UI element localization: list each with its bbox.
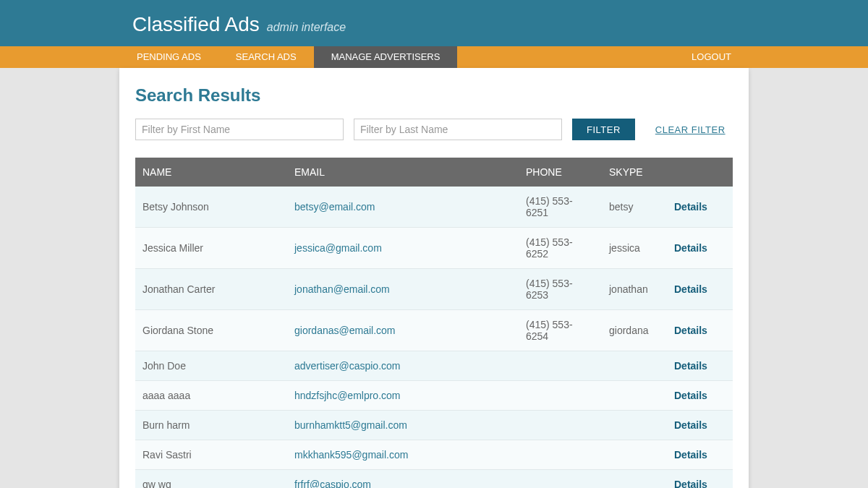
details-link[interactable]: Details [674,479,707,488]
cell-email: frfrf@caspio.com [287,470,519,489]
cell-name: Burn harm [135,411,287,440]
cell-details: Details [667,470,733,489]
clear-filter-link[interactable]: CLEAR FILTER [655,124,726,135]
table-row: Burn harmburnhamktt5@gmail.comDetails [135,411,733,440]
nav-logout[interactable]: LOGOUT [674,46,749,68]
cell-skype [602,381,667,411]
email-link[interactable]: hndzfsjhc@emlpro.com [294,390,401,401]
table-row: Jonathan Carterjonathan@email.com(415) 5… [135,269,733,310]
cell-email: jessica@gmail.com [287,228,519,269]
cell-details: Details [667,228,733,269]
cell-name: Betsy Johnson [135,187,287,228]
cell-phone: (415) 553-6252 [519,228,602,269]
details-link[interactable]: Details [674,283,707,295]
details-link[interactable]: Details [674,325,707,336]
cell-details: Details [667,440,733,470]
cell-name: Giordana Stone [135,310,287,351]
col-header-details [667,158,733,187]
email-link[interactable]: jessica@gmail.com [294,242,382,254]
cell-details: Details [667,411,733,440]
cell-email: jonathan@email.com [287,269,519,310]
col-header-phone: PHONE [519,158,602,187]
table-header-row: NAME EMAIL PHONE SKYPE [135,158,733,187]
cell-details: Details [667,310,733,351]
table-row: John Doeadvertiser@caspio.comDetails [135,351,733,381]
cell-skype [602,440,667,470]
cell-phone [519,440,602,470]
email-link[interactable]: betsy@email.com [294,201,375,213]
details-link[interactable]: Details [674,390,707,401]
cell-email: hndzfsjhc@emlpro.com [287,381,519,411]
cell-email: mkkhank595@gmail.com [287,440,519,470]
table-row: Betsy Johnsonbetsy@email.com(415) 553-62… [135,187,733,228]
cell-name: Jessica Miller [135,228,287,269]
table-row: qw wqfrfrf@caspio.comDetails [135,470,733,489]
cell-skype: giordana [602,310,667,351]
table-row: Jessica Millerjessica@gmail.com(415) 553… [135,228,733,269]
nav-item-search-ads[interactable]: SEARCH ADS [218,46,314,68]
cell-email: betsy@email.com [287,187,519,228]
results-table: NAME EMAIL PHONE SKYPE Betsy Johnsonbets… [135,158,733,488]
email-link[interactable]: advertiser@caspio.com [294,360,401,372]
content: Search Results FILTER CLEAR FILTER NAME … [119,68,749,488]
cell-skype [602,470,667,489]
filter-row: FILTER CLEAR FILTER [135,119,733,140]
cell-phone: (415) 553-6254 [519,310,602,351]
cell-phone [519,470,602,489]
cell-details: Details [667,187,733,228]
col-header-name: NAME [135,158,287,187]
nav-item-manage-advertisers[interactable]: MANAGE ADVERTISERS [314,46,458,68]
filter-button[interactable]: FILTER [572,119,635,140]
cell-phone: (415) 553-6253 [519,269,602,310]
cell-phone [519,351,602,381]
cell-name: aaaa aaaa [135,381,287,411]
cell-name: Jonathan Carter [135,269,287,310]
details-link[interactable]: Details [674,360,707,372]
first-name-input[interactable] [135,119,344,140]
cell-skype: jessica [602,228,667,269]
details-link[interactable]: Details [674,242,707,254]
nav-item-pending-ads[interactable]: PENDING ADS [119,46,218,68]
cell-phone [519,381,602,411]
cell-skype [602,351,667,381]
cell-phone: (415) 553-6251 [519,187,602,228]
col-header-email: EMAIL [287,158,519,187]
cell-name: qw wq [135,470,287,489]
table-row: Ravi Sastrimkkhank595@gmail.comDetails [135,440,733,470]
cell-email: advertiser@caspio.com [287,351,519,381]
email-link[interactable]: frfrf@caspio.com [294,479,371,488]
cell-details: Details [667,269,733,310]
table-row: Giordana Stonegiordanas@email.com(415) 5… [135,310,733,351]
cell-email: burnhamktt5@gmail.com [287,411,519,440]
email-link[interactable]: jonathan@email.com [294,283,390,295]
last-name-input[interactable] [354,119,562,140]
details-link[interactable]: Details [674,449,707,461]
cell-skype [602,411,667,440]
email-link[interactable]: mkkhank595@gmail.com [294,449,408,461]
page-title: Search Results [135,85,733,106]
cell-skype: betsy [602,187,667,228]
email-link[interactable]: burnhamktt5@gmail.com [294,419,407,431]
details-link[interactable]: Details [674,201,707,213]
col-header-skype: SKYPE [602,158,667,187]
cell-skype: jonathan [602,269,667,310]
navbar: PENDING ADSSEARCH ADSMANAGE ADVERTISERSL… [0,46,868,68]
table-row: aaaa aaaahndzfsjhc@emlpro.comDetails [135,381,733,411]
cell-name: John Doe [135,351,287,381]
details-link[interactable]: Details [674,419,707,431]
cell-details: Details [667,351,733,381]
header: Classified Ads admin interface [0,0,868,46]
cell-phone [519,411,602,440]
app-subtitle: admin interface [267,21,346,33]
app-title: Classified Ads [132,13,260,36]
cell-name: Ravi Sastri [135,440,287,470]
cell-email: giordanas@email.com [287,310,519,351]
email-link[interactable]: giordanas@email.com [294,325,396,336]
cell-details: Details [667,381,733,411]
